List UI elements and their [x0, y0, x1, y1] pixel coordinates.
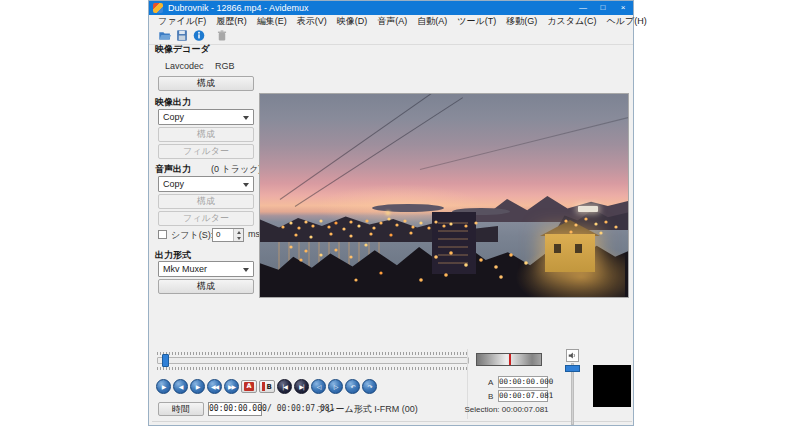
info-icon[interactable] — [190, 28, 207, 43]
marker-a-icon: A — [244, 382, 254, 391]
menu-tools[interactable]: ツール(T) — [452, 15, 501, 27]
previous-frame-button[interactable]: ◀ — [173, 379, 188, 394]
divider — [152, 421, 632, 422]
avidemux-window: Dubrovnik - 12866.mp4 - Avidemux — □ × フ… — [148, 0, 634, 426]
marker-b-field[interactable]: 00:00:07.081 — [498, 390, 548, 402]
menu-bar: ファイル(F) 履歴(R) 編集(E) 表示(V) 映像(D) 音声(A) 自動… — [149, 15, 633, 27]
previous-keyframe-icon: ◀◀ — [211, 383, 218, 390]
timeline-ticks-bottom — [157, 367, 469, 370]
menu-go[interactable]: 移動(G) — [501, 15, 542, 27]
play-button[interactable]: ▶ — [156, 379, 171, 394]
page: Dubrovnik - 12866.mp4 - Avidemux — □ × フ… — [0, 0, 800, 430]
close-icon[interactable]: × — [613, 1, 633, 15]
menu-audio[interactable]: 音声(A) — [372, 15, 412, 27]
previous-frame-icon: ◀ — [179, 383, 183, 390]
video-city-lights — [260, 94, 262, 96]
video-codec-value: Copy — [163, 112, 184, 122]
last-frame-button[interactable]: ▶| — [294, 379, 309, 394]
video-decoder-title: 映像デコーダ — [155, 43, 210, 56]
chevron-down-icon — [243, 268, 249, 272]
decoder-configure-button[interactable]: 構成 — [158, 76, 254, 91]
video-preview — [259, 93, 629, 298]
next-black-frame-icon: ▷ — [334, 383, 338, 390]
timeline-handle[interactable] — [162, 354, 169, 367]
scrub-preview-strip — [476, 353, 542, 366]
play-icon: ▶ — [162, 383, 166, 390]
timeline-slider[interactable] — [157, 357, 469, 364]
chevron-down-icon — [243, 116, 249, 120]
muxer-value: Mkv Muxer — [163, 264, 207, 274]
previous-black-frame-icon: ◁ — [317, 383, 321, 390]
marker-b-icon — [262, 382, 265, 391]
delete-icon[interactable] — [213, 28, 230, 43]
minimize-icon[interactable]: — — [573, 1, 593, 15]
save-icon[interactable] — [173, 28, 190, 43]
timeline-ticks-top — [157, 352, 469, 355]
marker-b-label: B — [488, 392, 493, 401]
jump-forward-icon: ↷ — [367, 383, 371, 390]
shift-label: シフト(S): — [171, 229, 213, 242]
menu-recent[interactable]: 履歴(R) — [211, 15, 252, 27]
audio-configure-button[interactable]: 構成 — [158, 194, 254, 209]
menu-file[interactable]: ファイル(F) — [153, 15, 211, 27]
next-black-frame-button[interactable]: ▷ — [328, 379, 343, 394]
window-title: Dubrovnik - 12866.mp4 - Avidemux — [168, 1, 308, 15]
video-configure-button[interactable]: 構成 — [158, 127, 254, 142]
next-frame-icon: ▶ — [196, 383, 200, 390]
jump-forward-button[interactable]: ↷ — [362, 379, 377, 394]
set-marker-a-button[interactable]: A — [241, 380, 257, 393]
menu-edit[interactable]: 編集(E) — [252, 15, 292, 27]
frame-type: フレーム形式 I-FRM (00) — [317, 403, 418, 416]
frame-type-label: フレーム形式 — [317, 404, 372, 414]
audio-codec-select[interactable]: Copy — [158, 176, 254, 192]
menu-help[interactable]: ヘルプ(H) — [602, 15, 652, 27]
menu-auto[interactable]: 自動(A) — [412, 15, 452, 27]
marker-a-field[interactable]: 00:00:00.000 — [498, 376, 548, 388]
chevron-down-icon — [243, 183, 249, 187]
volume-icon[interactable] — [566, 349, 579, 362]
previous-keyframe-button[interactable]: ◀◀ — [207, 379, 222, 394]
selection-value: 00:00:07.081 — [502, 405, 549, 414]
next-keyframe-icon: ▶▶ — [228, 383, 235, 390]
menu-view[interactable]: 表示(V) — [292, 15, 332, 27]
volume-handle[interactable] — [565, 365, 580, 372]
audio-track-count: (0 トラック) — [211, 163, 261, 176]
frame-type-value: I-FRM (00) — [374, 404, 418, 414]
shift-spinner[interactable]: 0 — [212, 228, 244, 242]
next-keyframe-button[interactable]: ▶▶ — [224, 379, 239, 394]
toolbar — [149, 27, 633, 45]
jump-backward-icon: ↶ — [350, 383, 354, 390]
video-center-building — [432, 212, 476, 274]
current-time-field[interactable]: 00:00:00.000 — [208, 402, 262, 416]
scrub-position-marker — [509, 354, 511, 365]
jump-backward-button[interactable]: ↶ — [345, 379, 360, 394]
muxer-configure-button[interactable]: 構成 — [158, 279, 254, 294]
video-filters-button[interactable]: フィルター — [158, 144, 254, 159]
spinner-down-icon[interactable] — [234, 235, 243, 241]
maximize-icon[interactable]: □ — [593, 1, 613, 15]
decoder-name: Lavcodec — [165, 61, 204, 71]
first-frame-icon: |◀ — [282, 383, 287, 390]
time-mode-button[interactable]: 時間 — [158, 402, 204, 416]
marker-a-label: A — [488, 378, 493, 387]
title-bar[interactable]: Dubrovnik - 12866.mp4 - Avidemux — □ × — [149, 1, 633, 15]
menu-video[interactable]: 映像(D) — [332, 15, 373, 27]
shift-checkbox[interactable] — [158, 230, 167, 239]
spinner-arrows[interactable] — [233, 229, 243, 241]
audio-filters-button[interactable]: フィルター — [158, 211, 254, 226]
video-cruise-ship — [578, 206, 598, 212]
video-island — [372, 204, 444, 212]
muxer-select[interactable]: Mkv Muxer — [158, 261, 254, 277]
menu-custom[interactable]: カスタム(C) — [542, 15, 601, 27]
video-codec-select[interactable]: Copy — [158, 109, 254, 125]
selection-label: Selection: — [464, 405, 499, 414]
last-frame-icon: ▶| — [299, 383, 304, 390]
open-file-icon[interactable] — [156, 28, 173, 43]
audio-output-title: 音声出力 — [155, 163, 191, 176]
first-frame-button[interactable]: |◀ — [277, 379, 292, 394]
set-marker-b-button[interactable]: B — [259, 380, 275, 393]
volume-slider[interactable] — [571, 363, 574, 425]
video-lit-house — [545, 234, 595, 272]
previous-black-frame-button[interactable]: ◁ — [311, 379, 326, 394]
next-frame-button[interactable]: ▶ — [190, 379, 205, 394]
